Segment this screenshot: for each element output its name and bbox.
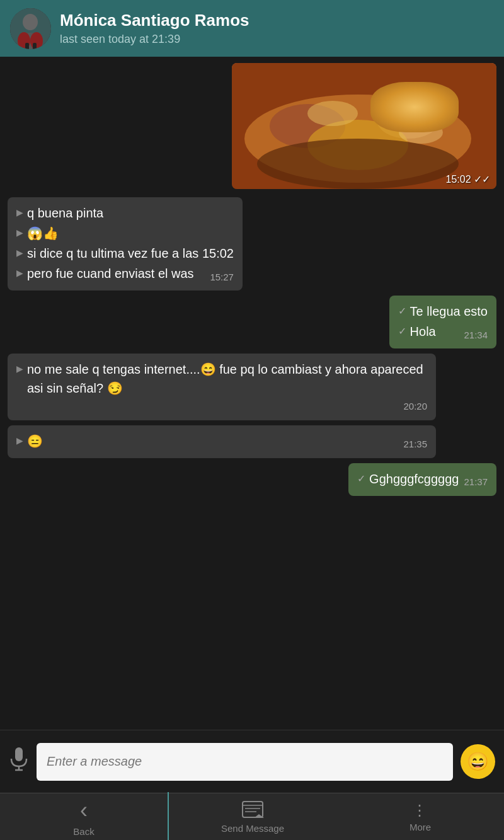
msg-line: ▶ no me sale q tengas internet....😄 fue … xyxy=(16,360,427,398)
arrow-icon: ▶ xyxy=(16,434,23,447)
msg-text: pero fue cuand enviast el was xyxy=(27,264,194,283)
contact-info: Mónica Santiago Ramos last seen today at… xyxy=(60,11,494,45)
svg-point-12 xyxy=(307,101,358,126)
msg-text: 😱👍 xyxy=(27,224,59,243)
emoji-icon: 😄 xyxy=(467,751,489,772)
msg-last-line: ▶ 😑 21:35 xyxy=(16,432,427,452)
msg-text: no me sale q tengas internet....😄 fue pq… xyxy=(27,360,427,398)
msg-line: ✓ Te llegua esto xyxy=(398,302,488,321)
msg-line: ▶ pero fue cuand enviast el was xyxy=(16,264,205,283)
send-message-icon xyxy=(241,800,264,820)
received-message-1: ▶ q buena pinta ▶ 😱👍 ▶ si dice q tu ulti… xyxy=(8,197,243,291)
bottom-navigation: ‹ Back Send Message ⋮ More xyxy=(0,793,504,840)
send-label: Send Message xyxy=(221,823,284,834)
more-nav-item[interactable]: ⋮ More xyxy=(336,797,504,837)
msg-timestamp: 15:27 xyxy=(210,270,234,285)
arrow-icon: ▶ xyxy=(16,226,23,239)
msg-timestamp: 21:35 xyxy=(403,437,427,452)
msg-text: q buena pinta xyxy=(27,204,103,222)
msg-text: 😑 xyxy=(27,432,43,451)
msg-line: ▶ 😑 xyxy=(16,432,398,451)
food-image xyxy=(232,63,496,189)
image-timestamp: 15:02 ✓✓ xyxy=(446,173,491,185)
svg-point-13 xyxy=(399,121,443,144)
message-input[interactable] xyxy=(37,743,453,781)
svg-point-1 xyxy=(23,14,38,30)
back-nav-item[interactable]: ‹ Back xyxy=(0,792,169,841)
mic-button[interactable] xyxy=(9,747,29,776)
sent-message-1: ✓ Te llegua esto ✓ Hola 21:34 xyxy=(389,296,496,348)
avatar-image xyxy=(10,8,51,49)
msg-timestamp: 21:37 xyxy=(464,475,488,490)
msg-last-line: ✓ Gghgggfcggggg 21:37 xyxy=(357,469,488,490)
contact-status: last seen today at 21:39 xyxy=(60,33,494,46)
more-dots-icon: ⋮ xyxy=(412,802,428,819)
msg-line: ▶ q buena pinta xyxy=(16,204,234,222)
msg-text: Hola xyxy=(410,322,436,341)
check-icon: ✓ xyxy=(398,304,406,319)
back-label: Back xyxy=(73,826,94,837)
msg-timestamp: 20:20 xyxy=(16,400,427,414)
received-message-3: ▶ 😑 21:35 xyxy=(8,425,436,458)
msg-last-line: ✓ Hola 21:34 xyxy=(398,322,488,342)
arrow-icon: ▶ xyxy=(16,267,23,280)
emoji-button[interactable]: 😄 xyxy=(461,744,495,779)
msg-line: ▶ si dice q tu ultima vez fue a las 15:0… xyxy=(16,244,234,263)
arrow-icon: ▶ xyxy=(16,206,23,219)
svg-rect-5 xyxy=(25,43,29,49)
arrow-icon: ▶ xyxy=(16,246,23,260)
svg-point-14 xyxy=(257,139,459,189)
msg-timestamp: 21:34 xyxy=(464,328,488,343)
svg-rect-15 xyxy=(15,747,23,761)
chat-area: 15:02 ✓✓ ▶ q buena pinta ▶ 😱👍 ▶ si dice … xyxy=(0,57,504,730)
msg-text: si dice q tu ultima vez fue a las 15:02 xyxy=(27,244,234,263)
more-label: More xyxy=(410,822,431,832)
msg-line: ✓ Gghgggfcggggg xyxy=(357,469,459,488)
msg-text: Te llegua esto xyxy=(410,302,488,321)
back-icon: ‹ xyxy=(80,797,88,824)
chat-header: Mónica Santiago Ramos last seen today at… xyxy=(0,0,504,57)
msg-line: ▶ 😱👍 xyxy=(16,224,234,243)
msg-line: ✓ Hola xyxy=(398,322,459,341)
sent-message-2: ✓ Gghgggfcggggg 21:37 xyxy=(348,463,496,496)
input-area: 😄 xyxy=(0,730,504,793)
image-message[interactable]: 15:02 ✓✓ xyxy=(232,63,496,189)
send-nav-item[interactable]: Send Message xyxy=(169,795,336,839)
check-icon: ✓ xyxy=(357,471,365,486)
check-icon: ✓ xyxy=(398,324,406,339)
received-message-2: ▶ no me sale q tengas internet....😄 fue … xyxy=(8,354,436,420)
msg-last-line: ▶ pero fue cuand enviast el was 15:27 xyxy=(16,264,234,284)
arrow-icon: ▶ xyxy=(16,362,23,376)
svg-rect-6 xyxy=(33,43,37,49)
avatar[interactable] xyxy=(10,8,51,49)
msg-text: Gghgggfcggggg xyxy=(369,469,459,488)
contact-name: Mónica Santiago Ramos xyxy=(60,11,494,30)
